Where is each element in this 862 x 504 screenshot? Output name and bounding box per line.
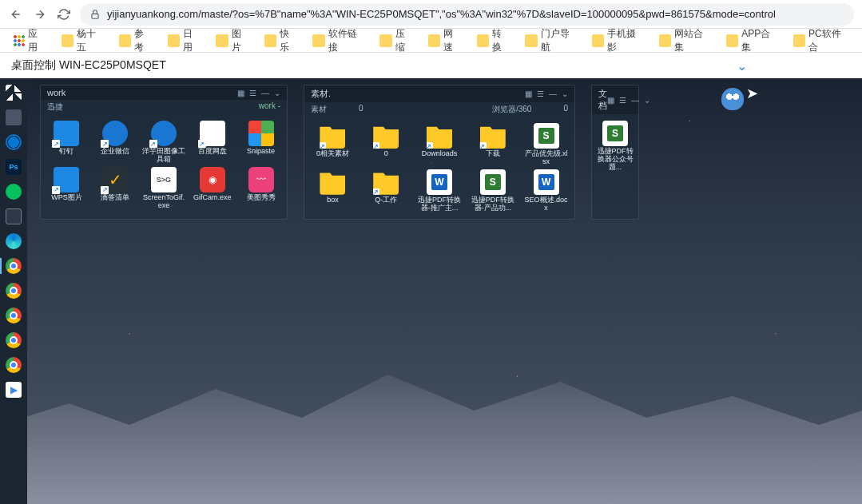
fence-header[interactable]: 文档▦☰—⌄ xyxy=(592,85,638,114)
desktop-icon[interactable]: 企业微信 xyxy=(93,121,138,164)
folder-icon xyxy=(477,34,489,47)
taskbar-chrome5[interactable] xyxy=(2,354,26,376)
menu-icon[interactable]: ⌄ xyxy=(562,89,568,98)
taskbar-start[interactable] xyxy=(2,81,26,104)
bookmark-item[interactable]: 手机摄影 xyxy=(587,26,649,56)
fence-body: 迅捷PDF转换器公众号题... xyxy=(592,114,638,178)
sub-right[interactable]: work - xyxy=(259,101,280,113)
fence-subheader: 迅捷work - xyxy=(41,100,287,114)
fence-素材.[interactable]: 素材.▦☰—⌄素材0浏览器/36000相关素材0Downloads下载产品优先级… xyxy=(304,85,575,220)
desktop-icon[interactable]: 百度网盘 xyxy=(189,121,235,164)
folder-icon xyxy=(312,34,324,47)
fence-title: 素材. xyxy=(311,88,331,100)
list-icon[interactable]: ☰ xyxy=(537,89,544,98)
taskbar-chrome3[interactable] xyxy=(2,304,26,327)
desktop-icon[interactable]: 钉钉 xyxy=(44,121,89,164)
bookmark-item[interactable]: 日用 xyxy=(163,26,207,56)
owl-tray-icon[interactable] xyxy=(721,88,744,110)
address-bar[interactable]: yijianyuankong.com/maste/?os=%7B"name"%3… xyxy=(80,3,854,26)
back-button[interactable] xyxy=(8,6,24,22)
menu-icon[interactable]: ⌄ xyxy=(274,89,280,97)
sub-label[interactable]: 素材 xyxy=(311,104,327,115)
taskbar-chrome4[interactable] xyxy=(2,329,26,351)
wechat-icon xyxy=(6,184,22,200)
bookmark-item[interactable]: 软件链接 xyxy=(308,26,370,56)
remote-desktop-view[interactable]: ➤ Ps▶ work▦☰—⌄迅捷work -钉钉企业微信洋芋田图像工具箱百度网盘… xyxy=(0,78,862,504)
fence-controls[interactable]: ▦☰—⌄ xyxy=(607,96,650,105)
taskbar-task-view[interactable] xyxy=(2,106,26,129)
menu-icon[interactable]: ⌄ xyxy=(644,96,650,105)
grid-icon[interactable]: ▦ xyxy=(607,96,614,105)
taskbar-chrome1[interactable] xyxy=(2,255,26,277)
desktop-icon[interactable]: Downloads xyxy=(415,123,465,166)
desktop-icon[interactable]: WPS图片 xyxy=(44,167,89,210)
edge-icon xyxy=(6,233,22,249)
desktop-icon[interactable]: 〰美图秀秀 xyxy=(238,167,284,210)
bookmark-item[interactable]: 网速 xyxy=(423,26,467,56)
bookmark-item[interactable]: 参考 xyxy=(114,26,158,56)
icon-label: box xyxy=(327,196,339,204)
chevron-down-icon[interactable]: ⌄ xyxy=(737,58,747,73)
taskbar-ie[interactable] xyxy=(2,131,26,153)
grid-icon[interactable]: ▦ xyxy=(525,89,532,98)
bookmark-label: 杨十五 xyxy=(77,27,105,54)
bookmark-item[interactable]: 转换 xyxy=(472,26,516,56)
fence-文档[interactable]: 文档▦☰—⌄迅捷PDF转换器公众号题... xyxy=(591,85,639,220)
desktop-icon[interactable]: 迅捷PDF转换器公众号题... xyxy=(595,121,635,172)
bookmark-item[interactable]: 图片 xyxy=(211,26,255,56)
grid-icon[interactable]: ▦ xyxy=(237,89,244,97)
taskbar-monitor[interactable] xyxy=(2,205,26,228)
bookmark-label: PC软件合 xyxy=(808,27,849,54)
sub-label[interactable]: 迅捷 xyxy=(47,101,63,113)
desktop-icon[interactable]: 洋芋田图像工具箱 xyxy=(141,121,187,164)
collapse-icon[interactable]: — xyxy=(631,96,639,105)
bookmark-item[interactable]: PC软件合 xyxy=(789,26,854,56)
desktop-icon[interactable]: Q-工作 xyxy=(361,169,411,212)
reload-button[interactable] xyxy=(56,6,72,22)
bookmark-item[interactable]: 门户导航 xyxy=(520,26,582,56)
forward-button[interactable] xyxy=(32,6,48,22)
fence-header[interactable]: work▦☰—⌄ xyxy=(41,85,287,100)
folder-icon xyxy=(428,34,440,47)
list-icon[interactable]: ☰ xyxy=(249,89,256,97)
desktop-icon[interactable]: 0相关素材 xyxy=(308,123,358,166)
bookmark-item[interactable]: 杨十五 xyxy=(57,26,109,56)
taskbar-wechat[interactable] xyxy=(2,181,26,203)
sub-label[interactable]: 浏览器/360 xyxy=(492,104,531,115)
folder-icon xyxy=(168,34,180,47)
desktop-icon[interactable]: 迅捷PDF转换器-推广主... xyxy=(415,169,465,212)
bookmark-item[interactable]: 快乐 xyxy=(260,26,304,56)
collapse-icon[interactable]: — xyxy=(261,89,269,97)
desktop-icon[interactable]: box xyxy=(308,169,358,212)
url-text: yijianyuankong.com/maste/?os=%7B"name"%3… xyxy=(107,8,776,20)
taskbar-photoshop[interactable]: Ps xyxy=(2,156,26,178)
list-icon[interactable]: ☰ xyxy=(619,96,626,105)
desktop-icon[interactable]: 0 xyxy=(361,123,411,166)
pink-icon: 〰 xyxy=(248,167,274,192)
desktop-icon[interactable]: S>GScreenToGif.exe xyxy=(141,167,187,210)
taskbar-player[interactable]: ▶ xyxy=(2,379,26,401)
desktop-icon[interactable]: 产品优先级.xlsx xyxy=(521,123,571,166)
taskbar-chrome2[interactable] xyxy=(2,280,26,302)
desktop-icon[interactable]: ◉GifCam.exe xyxy=(189,167,235,210)
taskbar-edge[interactable] xyxy=(2,230,26,252)
bookmark-item[interactable]: 应用 xyxy=(8,26,52,56)
fence-work[interactable]: work▦☰—⌄迅捷work -钉钉企业微信洋芋田图像工具箱百度网盘Snipas… xyxy=(40,85,288,220)
desktop-icon[interactable]: 下载 xyxy=(467,123,518,166)
bookmark-item[interactable]: 网站合集 xyxy=(654,26,717,56)
fence-title: 文档 xyxy=(598,88,607,112)
desktop-icon[interactable]: Snipaste xyxy=(238,121,284,164)
desktop-icon[interactable]: SEO概述.docx xyxy=(521,169,571,212)
desktop-icon[interactable]: 迅捷PDF转换器-产品功... xyxy=(467,169,518,212)
folder-icon xyxy=(379,34,391,47)
bookmark-label: 压缩 xyxy=(395,27,414,54)
fence-controls[interactable]: ▦☰—⌄ xyxy=(237,89,280,97)
collapse-icon[interactable]: — xyxy=(549,89,557,98)
desktop-icon[interactable]: ✓滴答清单 xyxy=(93,167,138,210)
bookmark-item[interactable]: 压缩 xyxy=(375,26,419,56)
chrome5-icon xyxy=(6,357,22,373)
bookmark-item[interactable]: APP合集 xyxy=(721,26,784,56)
fence-controls[interactable]: ▦☰—⌄ xyxy=(525,89,568,98)
fence-body: 0相关素材0Downloads下载产品优先级.xlsxboxQ-工作迅捷PDF转… xyxy=(304,117,574,219)
fence-header[interactable]: 素材.▦☰—⌄ xyxy=(304,85,574,102)
